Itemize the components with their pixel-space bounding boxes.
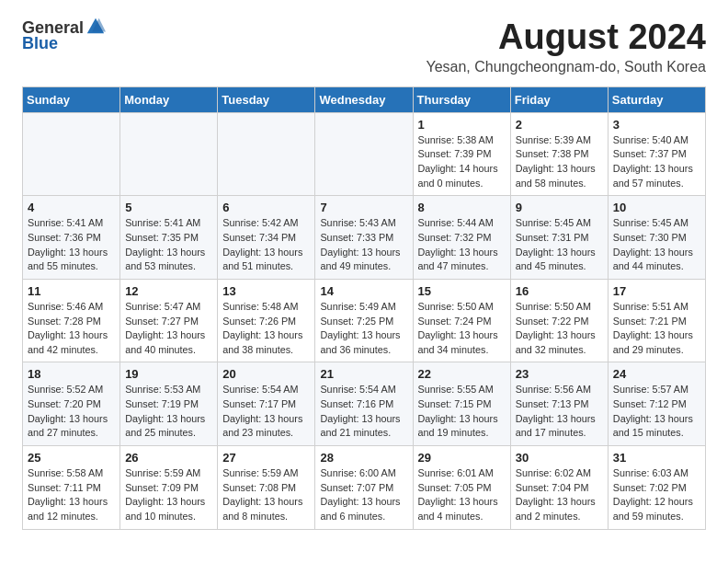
calendar-cell: 23Sunrise: 5:56 AMSunset: 7:13 PMDayligh… — [510, 362, 608, 446]
calendar-cell: 21Sunrise: 5:54 AMSunset: 7:16 PMDayligh… — [315, 362, 413, 446]
day-number: 3 — [613, 118, 700, 132]
calendar-cell: 14Sunrise: 5:49 AMSunset: 7:25 PMDayligh… — [315, 279, 413, 362]
column-header-friday: Friday — [510, 86, 608, 112]
day-number: 28 — [320, 451, 407, 465]
day-number: 29 — [418, 451, 506, 465]
calendar-cell: 15Sunrise: 5:50 AMSunset: 7:24 PMDayligh… — [413, 279, 510, 362]
day-info: Sunrise: 5:55 AMSunset: 7:15 PMDaylight:… — [418, 383, 506, 441]
day-info: Sunrise: 5:44 AMSunset: 7:32 PMDaylight:… — [418, 216, 506, 274]
month-title: August 2024 — [426, 18, 706, 57]
calendar-cell: 20Sunrise: 5:54 AMSunset: 7:17 PMDayligh… — [218, 362, 315, 446]
day-info: Sunrise: 6:01 AMSunset: 7:05 PMDaylight:… — [418, 466, 506, 524]
calendar-table: SundayMondayTuesdayWednesdayThursdayFrid… — [22, 86, 706, 530]
day-number: 22 — [418, 367, 506, 381]
day-info: Sunrise: 5:50 AMSunset: 7:24 PMDaylight:… — [418, 300, 506, 358]
calendar-header-row: SundayMondayTuesdayWednesdayThursdayFrid… — [23, 86, 706, 112]
day-number: 26 — [125, 451, 212, 465]
logo-blue: Blue — [22, 35, 58, 52]
calendar-cell: 13Sunrise: 5:48 AMSunset: 7:26 PMDayligh… — [218, 279, 315, 362]
day-number: 5 — [125, 201, 212, 214]
location-title: Yesan, Chungcheongnam-do, South Korea — [426, 59, 706, 75]
day-number: 30 — [516, 451, 603, 465]
calendar-cell: 19Sunrise: 5:53 AMSunset: 7:19 PMDayligh… — [120, 362, 218, 446]
day-number: 10 — [613, 201, 700, 214]
day-info: Sunrise: 5:40 AMSunset: 7:37 PMDaylight:… — [613, 133, 700, 191]
day-info: Sunrise: 5:59 AMSunset: 7:09 PMDaylight:… — [125, 466, 212, 524]
title-location-block: August 2024 Yesan, Chungcheongnam-do, So… — [426, 18, 706, 83]
calendar-cell: 30Sunrise: 6:02 AMSunset: 7:04 PMDayligh… — [510, 446, 608, 530]
day-info: Sunrise: 5:54 AMSunset: 7:17 PMDaylight:… — [222, 383, 310, 441]
calendar-cell: 28Sunrise: 6:00 AMSunset: 7:07 PMDayligh… — [315, 446, 413, 530]
calendar-cell: 29Sunrise: 6:01 AMSunset: 7:05 PMDayligh… — [413, 446, 510, 530]
day-number: 27 — [222, 451, 310, 465]
day-info: Sunrise: 5:48 AMSunset: 7:26 PMDaylight:… — [222, 300, 310, 358]
day-number: 7 — [320, 201, 407, 214]
calendar-cell: 11Sunrise: 5:46 AMSunset: 7:28 PMDayligh… — [23, 279, 120, 362]
day-info: Sunrise: 5:41 AMSunset: 7:36 PMDaylight:… — [28, 216, 115, 274]
calendar-cell: 9Sunrise: 5:45 AMSunset: 7:31 PMDaylight… — [510, 196, 608, 280]
day-info: Sunrise: 5:58 AMSunset: 7:11 PMDaylight:… — [28, 466, 115, 524]
calendar-cell — [120, 112, 218, 196]
day-info: Sunrise: 5:52 AMSunset: 7:20 PMDaylight:… — [28, 383, 115, 441]
calendar-row: 4Sunrise: 5:41 AMSunset: 7:36 PMDaylight… — [23, 196, 706, 280]
calendar-cell: 1Sunrise: 5:38 AMSunset: 7:39 PMDaylight… — [413, 112, 510, 196]
calendar-cell: 2Sunrise: 5:39 AMSunset: 7:38 PMDaylight… — [510, 112, 608, 196]
calendar-row: 18Sunrise: 5:52 AMSunset: 7:20 PMDayligh… — [23, 362, 706, 446]
calendar-row: 1Sunrise: 5:38 AMSunset: 7:39 PMDaylight… — [23, 112, 706, 196]
day-number: 14 — [320, 284, 407, 298]
day-info: Sunrise: 5:45 AMSunset: 7:31 PMDaylight:… — [516, 216, 603, 274]
day-info: Sunrise: 5:54 AMSunset: 7:16 PMDaylight:… — [320, 383, 407, 441]
day-info: Sunrise: 5:45 AMSunset: 7:30 PMDaylight:… — [613, 216, 700, 274]
column-header-monday: Monday — [120, 86, 218, 112]
day-info: Sunrise: 5:39 AMSunset: 7:38 PMDaylight:… — [516, 133, 603, 191]
column-header-sunday: Sunday — [23, 86, 120, 112]
day-number: 20 — [222, 367, 310, 381]
day-number: 6 — [222, 201, 310, 214]
calendar-cell — [218, 112, 315, 196]
day-number: 25 — [28, 451, 115, 465]
calendar-cell: 25Sunrise: 5:58 AMSunset: 7:11 PMDayligh… — [23, 446, 120, 530]
calendar-cell: 6Sunrise: 5:42 AMSunset: 7:34 PMDaylight… — [218, 196, 315, 280]
calendar-cell: 10Sunrise: 5:45 AMSunset: 7:30 PMDayligh… — [608, 196, 705, 280]
day-number: 13 — [222, 284, 310, 298]
calendar-row: 25Sunrise: 5:58 AMSunset: 7:11 PMDayligh… — [23, 446, 706, 530]
calendar-cell: 17Sunrise: 5:51 AMSunset: 7:21 PMDayligh… — [608, 279, 705, 362]
calendar-cell — [23, 112, 120, 196]
calendar-cell: 26Sunrise: 5:59 AMSunset: 7:09 PMDayligh… — [120, 446, 218, 530]
calendar-cell — [315, 112, 413, 196]
day-number: 18 — [28, 367, 115, 381]
day-number: 19 — [125, 367, 212, 381]
day-number: 9 — [516, 201, 603, 214]
day-number: 11 — [28, 284, 115, 298]
day-info: Sunrise: 5:47 AMSunset: 7:27 PMDaylight:… — [125, 300, 212, 358]
column-header-thursday: Thursday — [413, 86, 510, 112]
day-number: 21 — [320, 367, 407, 381]
page-header: General Blue August 2024 Yesan, Chungche… — [22, 18, 706, 83]
day-info: Sunrise: 5:49 AMSunset: 7:25 PMDaylight:… — [320, 300, 407, 358]
day-info: Sunrise: 6:02 AMSunset: 7:04 PMDaylight:… — [516, 466, 603, 524]
logo: General Blue — [22, 18, 106, 52]
column-header-tuesday: Tuesday — [218, 86, 315, 112]
calendar-cell: 27Sunrise: 5:59 AMSunset: 7:08 PMDayligh… — [218, 446, 315, 530]
day-number: 12 — [125, 284, 212, 298]
day-info: Sunrise: 5:50 AMSunset: 7:22 PMDaylight:… — [516, 300, 603, 358]
day-info: Sunrise: 5:43 AMSunset: 7:33 PMDaylight:… — [320, 216, 407, 274]
calendar-cell: 18Sunrise: 5:52 AMSunset: 7:20 PMDayligh… — [23, 362, 120, 446]
calendar-cell: 5Sunrise: 5:41 AMSunset: 7:35 PMDaylight… — [120, 196, 218, 280]
calendar-cell: 31Sunrise: 6:03 AMSunset: 7:02 PMDayligh… — [608, 446, 705, 530]
calendar-cell: 8Sunrise: 5:44 AMSunset: 7:32 PMDaylight… — [413, 196, 510, 280]
calendar-cell: 12Sunrise: 5:47 AMSunset: 7:27 PMDayligh… — [120, 279, 218, 362]
day-number: 31 — [613, 451, 700, 465]
day-number: 1 — [418, 118, 506, 132]
day-info: Sunrise: 5:46 AMSunset: 7:28 PMDaylight:… — [28, 300, 115, 358]
calendar-cell: 22Sunrise: 5:55 AMSunset: 7:15 PMDayligh… — [413, 362, 510, 446]
column-header-saturday: Saturday — [608, 86, 705, 112]
calendar-row: 11Sunrise: 5:46 AMSunset: 7:28 PMDayligh… — [23, 279, 706, 362]
day-info: Sunrise: 5:59 AMSunset: 7:08 PMDaylight:… — [222, 466, 310, 524]
day-number: 24 — [613, 367, 700, 381]
day-info: Sunrise: 5:41 AMSunset: 7:35 PMDaylight:… — [125, 216, 212, 274]
day-info: Sunrise: 6:00 AMSunset: 7:07 PMDaylight:… — [320, 466, 407, 524]
day-number: 15 — [418, 284, 506, 298]
logo-icon — [85, 17, 106, 37]
day-number: 23 — [516, 367, 603, 381]
